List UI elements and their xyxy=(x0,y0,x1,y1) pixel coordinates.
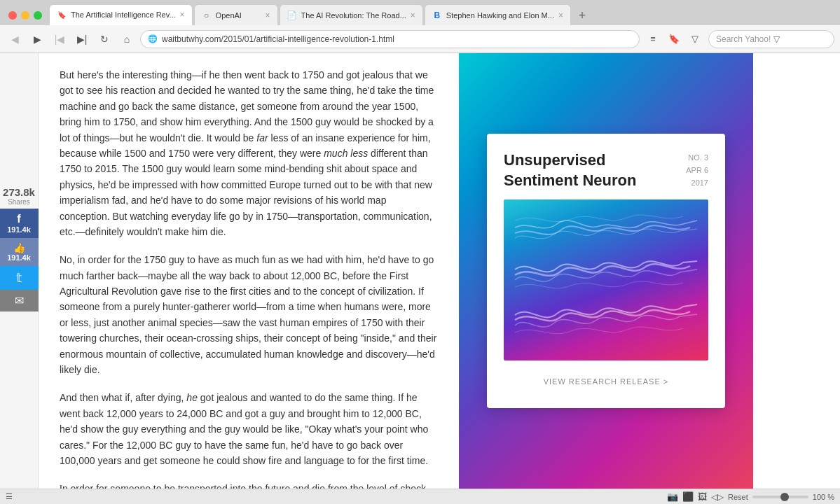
tab-favicon-4: B xyxy=(432,10,442,20)
mail-icon: ✉ xyxy=(15,294,24,307)
tab-close-2[interactable]: × xyxy=(266,10,270,20)
search-bar[interactable]: Search Yahoo! ▽ xyxy=(708,30,834,48)
status-bar: ☰ 📷 ⬛ 🖼 ◁▷ Reset 100 % xyxy=(0,489,840,504)
like-count: 191.4k xyxy=(7,253,31,262)
view-research-release-button[interactable]: VIEW RESEARCH RELEASE > xyxy=(504,372,708,391)
close-window-button[interactable] xyxy=(8,11,17,20)
twitter-button[interactable]: 𝕥 xyxy=(0,266,39,290)
zoom-percentage: 100 % xyxy=(813,493,834,501)
card-image-inner xyxy=(504,200,708,360)
toolbar-icons: ≡ 🔖 ▽ xyxy=(644,30,704,48)
new-tab-button[interactable]: + xyxy=(572,6,592,25)
address-bar[interactable]: 🌐 waitbutwhy.com/2015/01/artificial-inte… xyxy=(140,30,640,48)
right-panel: Unsupervised Sentiment Neuron NO. 3 APR … xyxy=(459,53,753,489)
facebook-button[interactable]: f 191.4k xyxy=(0,209,39,238)
card-date-line1: APR 6 xyxy=(686,164,708,177)
share-count: 273.8k Shares xyxy=(3,179,35,209)
refresh-button[interactable]: ↻ xyxy=(95,30,113,48)
article-content: But here's the interesting thing—if he t… xyxy=(39,53,459,489)
tab-bar: 🔖 The Artificial Intelligence Rev... × ○… xyxy=(0,0,840,25)
forward-button[interactable]: ▶ xyxy=(28,30,46,48)
tab-ai-road[interactable]: 📄 The AI Revolution: The Road... × xyxy=(280,4,423,25)
home-button[interactable]: ⌂ xyxy=(118,30,136,48)
tab-favicon-2: ○ xyxy=(202,10,212,20)
address-text: waitbutwhy.com/2015/01/artificial-intell… xyxy=(162,34,632,44)
navigate-icon[interactable]: ◁▷ xyxy=(711,492,724,502)
status-menu-icon[interactable]: ☰ xyxy=(6,492,13,501)
share-label: Shares xyxy=(3,198,35,206)
article-paragraph-3: And then what if, after dying, he got je… xyxy=(60,390,438,468)
maximize-window-button[interactable] xyxy=(34,11,42,20)
content-area: 273.8k Shares f 191.4k 👍 191.4k 𝕥 ✉ But … xyxy=(0,53,840,489)
screen-icon[interactable]: ⬛ xyxy=(682,491,694,502)
bookmark-icon[interactable]: 🔖 xyxy=(665,30,683,48)
browser-frame: 🔖 The Artificial Intelligence Rev... × ○… xyxy=(0,0,840,504)
tab-close-3[interactable]: × xyxy=(411,10,415,20)
facebook-icon: f xyxy=(17,213,20,225)
wave-visualization xyxy=(504,200,708,360)
tab-label-2: OpenAI xyxy=(216,11,242,20)
article-paragraph-1: But here's the interesting thing—if he t… xyxy=(60,67,438,239)
toolbar: ◀ ▶ |◀ ▶| ↻ ⌂ 🌐 waitbutwhy.com/2015/01/a… xyxy=(0,25,840,53)
zoom-thumb[interactable] xyxy=(780,493,789,501)
status-icons: 📷 ⬛ 🖼 ◁▷ Reset 100 % xyxy=(667,491,834,502)
view-release-arrow: > xyxy=(663,377,668,386)
share-number: 273.8k xyxy=(3,186,35,198)
research-card: Unsupervised Sentiment Neuron NO. 3 APR … xyxy=(487,134,725,407)
tab-ai-revolution[interactable]: 🔖 The Artificial Intelligence Rev... × xyxy=(49,4,193,25)
like-icon: 👍 xyxy=(13,242,25,253)
tab-label-4: Stephen Hawking and Elon M... xyxy=(446,11,554,20)
tab-openai[interactable]: ○ OpenAI × xyxy=(194,4,278,25)
email-button[interactable]: ✉ xyxy=(0,290,39,312)
twitter-icon: 𝕥 xyxy=(16,270,22,286)
tab-favicon-1: 🔖 xyxy=(57,10,67,20)
forward-skip-button[interactable]: ▶| xyxy=(73,30,91,48)
social-sidebar: 273.8k Shares f 191.4k 👍 191.4k 𝕥 ✉ xyxy=(0,53,39,489)
card-image xyxy=(504,200,708,360)
tab-hawking[interactable]: B Stephen Hawking and Elon M... × xyxy=(425,4,571,25)
reader-view-icon[interactable]: ≡ xyxy=(644,30,662,48)
card-date-line2: 2017 xyxy=(686,177,708,190)
tab-close-1[interactable]: × xyxy=(180,10,185,20)
menu-icon[interactable]: ▽ xyxy=(686,30,704,48)
image-icon[interactable]: 🖼 xyxy=(698,491,707,502)
traffic-lights xyxy=(6,11,48,25)
article-paragraph-4: In order for someone to be transported i… xyxy=(60,481,438,489)
back-skip-button[interactable]: |◀ xyxy=(50,30,69,48)
camera-icon[interactable]: 📷 xyxy=(667,491,678,502)
card-meta: NO. 3 APR 6 2017 xyxy=(686,150,708,189)
card-number: NO. 3 xyxy=(686,152,708,164)
back-button[interactable]: ◀ xyxy=(6,30,24,48)
tab-close-4[interactable]: × xyxy=(558,10,563,20)
view-release-label: VIEW RESEARCH RELEASE xyxy=(544,377,661,386)
tab-label-1: The Artificial Intelligence Rev... xyxy=(71,10,176,19)
lock-icon: 🌐 xyxy=(148,34,158,43)
zoom-slider[interactable] xyxy=(752,496,808,498)
facebook-count: 191.4k xyxy=(7,225,31,234)
article-paragraph-2: No, in order for the 1750 guy to have as… xyxy=(60,252,438,377)
minimize-window-button[interactable] xyxy=(21,11,29,20)
search-placeholder: Search Yahoo! xyxy=(716,34,771,44)
tab-favicon-3: 📄 xyxy=(287,10,297,20)
tab-label-3: The AI Revolution: The Road... xyxy=(301,11,406,20)
card-title: Unsupervised Sentiment Neuron xyxy=(504,150,680,190)
reset-label: Reset xyxy=(728,493,748,501)
search-dropdown-icon[interactable]: ▽ xyxy=(773,34,780,44)
like-button[interactable]: 👍 191.4k xyxy=(0,238,39,266)
